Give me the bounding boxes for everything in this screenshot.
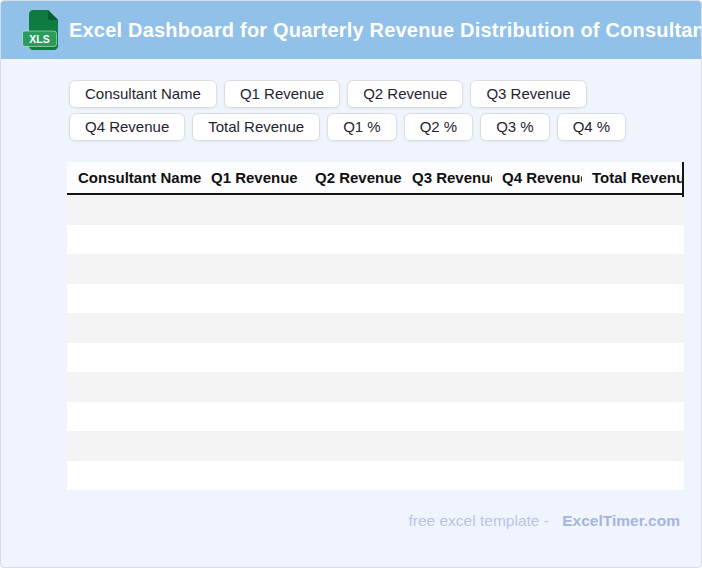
- chip-q2-revenue[interactable]: Q2 Revenue: [347, 80, 463, 108]
- excel-template-page: XLS Excel Dashboard for Quarterly Revenu…: [0, 0, 702, 568]
- table-body: [67, 195, 684, 490]
- chip-q4-revenue[interactable]: Q4 Revenue: [69, 113, 185, 141]
- chip-q3-pct[interactable]: Q3 %: [480, 113, 550, 141]
- field-chip-list: Consultant NameQ1 RevenueQ2 RevenueQ3 Re…: [69, 80, 633, 141]
- chip-q2-pct[interactable]: Q2 %: [404, 113, 474, 141]
- xls-icon-label: XLS: [29, 33, 49, 45]
- table-row: [67, 402, 684, 432]
- table-header-clipped-column-border: [682, 162, 684, 197]
- footer-brand-link[interactable]: ExcelTimer.com: [562, 512, 680, 529]
- footer-credit-text: free excel template -: [408, 512, 548, 529]
- column-header-q1-revenue: Q1 Revenue: [201, 169, 305, 186]
- table-row: [67, 343, 684, 373]
- table-row: [67, 195, 684, 225]
- chip-q1-pct[interactable]: Q1 %: [327, 113, 397, 141]
- column-header-q3-revenue: Q3 Revenue: [402, 169, 492, 186]
- table-row: [67, 284, 684, 314]
- column-header-total-revenue: Total Revenue: [582, 169, 684, 186]
- column-header-consultant-name: Consultant Name: [67, 169, 201, 186]
- chip-total-revenue[interactable]: Total Revenue: [192, 113, 320, 141]
- column-header-q2-revenue: Q2 Revenue: [305, 169, 402, 186]
- page-title: Excel Dashboard for Quarterly Revenue Di…: [69, 19, 702, 42]
- table-header-row: Consultant NameQ1 RevenueQ2 RevenueQ3 Re…: [67, 162, 684, 195]
- revenue-table: Consultant NameQ1 RevenueQ2 RevenueQ3 Re…: [67, 162, 684, 490]
- app-header: XLS Excel Dashboard for Quarterly Revenu…: [1, 1, 701, 59]
- table-row: [67, 313, 684, 343]
- chip-q4-pct[interactable]: Q4 %: [557, 113, 627, 141]
- chip-consultant-name[interactable]: Consultant Name: [69, 80, 217, 108]
- table-row: [67, 254, 684, 284]
- table-row: [67, 431, 684, 461]
- chip-q1-revenue[interactable]: Q1 Revenue: [224, 80, 340, 108]
- table-row: [67, 461, 684, 491]
- table-row: [67, 372, 684, 402]
- footer: free excel template - ExcelTimer.com: [1, 512, 701, 530]
- xls-file-icon: XLS: [18, 7, 64, 53]
- chip-q3-revenue[interactable]: Q3 Revenue: [470, 80, 586, 108]
- table-row: [67, 225, 684, 255]
- column-header-q4-revenue: Q4 Revenue: [492, 169, 582, 186]
